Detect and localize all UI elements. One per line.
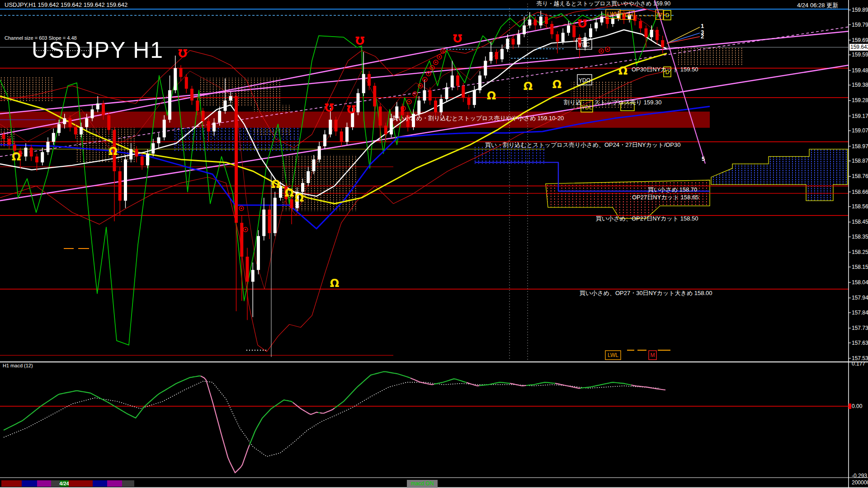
annotation-text: 買い小さめ、OP27・30日NYカット大きめ 158.00 xyxy=(580,290,712,296)
period-strip-segment xyxy=(1,480,22,487)
annotation-text: 割り込 xyxy=(564,99,581,106)
annotation-text: ストップロス売り 159.30 xyxy=(594,99,662,106)
macd-axis-label: 0.177 xyxy=(852,361,865,367)
price-axis-label: 159.175 xyxy=(852,113,868,119)
fan-line-label: 1 xyxy=(701,23,704,29)
price-axis-label: 159.280 xyxy=(852,97,868,103)
price-axis-label: 159.485 xyxy=(852,67,868,74)
fan-line-label: 5 xyxy=(702,155,705,162)
price-axis-label: 159.590 xyxy=(852,52,868,58)
macd-on-toggle[interactable]: macd ON xyxy=(407,480,438,488)
price-axis-label: 159.690 xyxy=(852,37,868,43)
macd-panel[interactable] xyxy=(0,362,849,478)
period-strip-segment xyxy=(22,480,37,487)
price-axis-label: 157.840 xyxy=(852,310,868,316)
price-axis-label: 159.075 xyxy=(852,127,868,134)
price-axis-label: 158.045 xyxy=(852,279,868,286)
symbol-watermark: USDJPY H1 xyxy=(32,37,164,63)
price-axis-label: 157.940 xyxy=(852,295,868,301)
price-axis-label: 158.970 xyxy=(852,143,868,150)
period-strip-date-label: 4/24 xyxy=(59,481,69,486)
price-axis-label: 158.250 xyxy=(852,249,868,255)
price-axis-label: 159.385 xyxy=(852,82,868,88)
period-strip-segment xyxy=(122,480,134,487)
price-axis-label: 159.895 xyxy=(852,7,868,13)
mt4-trading-chart-window: ΩΩΩΩΩΩΩΩΩΩΩΩΩΩΩΩLWHYDHWDYDCYDODYDLLWLM4/… xyxy=(0,0,868,488)
period-strip-segment xyxy=(107,480,122,487)
macd-indicator-label: H1 macd (12) xyxy=(3,363,33,368)
price-axis-label: 158.660 xyxy=(852,189,868,195)
annotation-text: OP27日NYカット 158.65 xyxy=(632,194,699,201)
update-timestamp: 4/24 06:28 更新 xyxy=(797,1,838,9)
period-strip-segment xyxy=(93,480,107,487)
period-strip-segment xyxy=(37,480,51,487)
volume-axis-label: 200000 xyxy=(852,479,868,486)
price-axis-label: 158.560 xyxy=(852,203,868,210)
annotation-text: OP30日NYカット 159.50 xyxy=(632,66,698,73)
period-strip-segment xyxy=(51,480,60,487)
current-price-tag: 159.642 xyxy=(849,44,868,51)
annotation-text: 買い小さめ 158.70 xyxy=(648,187,697,193)
price-axis-label: 158.455 xyxy=(852,219,868,225)
macd-axis-label: 0.00 xyxy=(852,403,862,409)
annotation-text: 買い小さめ、OP27日NYカット 158.50 xyxy=(596,216,698,222)
price-axis-label: 158.870 xyxy=(852,158,868,164)
annotation-text: 買い小さめ・割り込むとストップロス売りやや小さめ 159.10-20 xyxy=(392,115,564,122)
price-axis-label: 157.635 xyxy=(852,340,868,346)
price-axis-label: 157.735 xyxy=(852,325,868,331)
chart-title-bar: USDJPY,H1 159.642 159.642 159.642 159.64… xyxy=(5,1,127,8)
price-axis-label: 158.355 xyxy=(852,234,868,240)
annotation-text: 買い・割り込むとストップロス売り小さめ、OP24・27日NYカット/OP30 xyxy=(485,142,681,148)
fan-line-label: 2 xyxy=(701,33,704,40)
price-axis-label: 158.765 xyxy=(852,173,868,179)
annotation-sell-stop-15990: 売り・越えるとストップロス買いやや小さめ 159.90 xyxy=(537,0,670,7)
macd-axis-label: -0.293 xyxy=(852,473,867,479)
price-axis-label: 158.150 xyxy=(852,264,868,270)
price-axis-label: 159.795 xyxy=(852,22,868,28)
period-strip-segment xyxy=(69,480,93,487)
